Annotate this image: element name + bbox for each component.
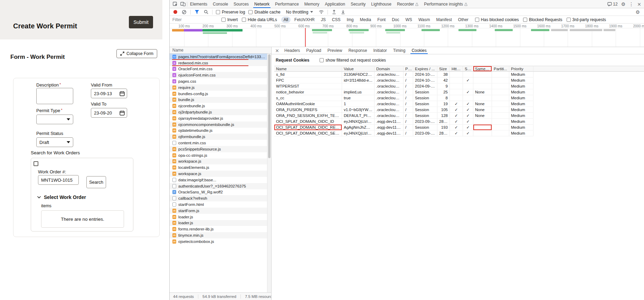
request-row[interactable]: JSworkspace.js [170,158,267,165]
work-order-checkbox[interactable] [34,161,38,166]
request-row[interactable]: content.min.css [170,140,267,146]
cookie-column-name[interactable]: Name [274,66,342,72]
tab-console[interactable]: Console [210,0,231,8]
request-row[interactable]: data:image/gif;base... [170,177,267,183]
request-row[interactable]: JSlocaleElements.js [170,164,267,171]
network-conditions-icon[interactable] [319,9,324,15]
third-party-requests-checkbox[interactable]: 3rd-party requests [567,17,606,22]
request-row[interactable]: JSbundle.js [170,97,267,103]
filter-funnel-icon[interactable] [194,9,200,15]
tab-memory[interactable]: Memory [302,0,322,8]
request-row[interactable]: JSojdatetimebundle.js [170,128,267,134]
calendar-icon[interactable] [120,110,125,116]
request-row[interactable]: JSopa-cc-strings.js [170,152,267,158]
cookie-column-value[interactable]: Value [342,66,375,72]
request-row[interactable]: JSoj3rdpartybundle.js [170,109,267,115]
request-list-scrollbar[interactable] [267,54,271,292]
hide-data-urls-checkbox[interactable]: Hide data URLs [242,17,277,22]
request-row[interactable]: JSloader.js [170,220,267,226]
cookie-row[interactable]: OAMAuthnHintCookie1.oraclecloud.com/Sess… [274,101,644,107]
tab-recorder[interactable]: Recorder [394,0,421,8]
cookie-column-samesite[interactable]: SameSite [473,66,492,72]
settings-gear-icon[interactable]: ⚙ [621,2,626,7]
request-row[interactable]: JSbundles-config.js [170,91,267,97]
request-row[interactable]: JSojarraytreedataprovider.js [170,115,267,121]
cookie-column-path[interactable]: Path [404,66,413,72]
request-row[interactable]: startForm.html [170,201,267,208]
submit-button[interactable]: Submit [129,16,153,28]
request-row[interactable]: authenticatedUser?_=1694620276375 [170,183,267,189]
request-row[interactable]: JSojcommoncomponentsbundle.js [170,121,267,128]
cookie-column-partiti-[interactable]: Partiti... [492,66,509,72]
detail-tab-headers[interactable]: Headers [281,47,303,54]
request-row[interactable]: {}redwood.min.css [170,60,267,66]
cookie-column-priority[interactable]: Priority [509,66,533,72]
work-order-number-input[interactable] [38,175,79,185]
filter-pill-all[interactable]: All [281,17,291,23]
detail-tab-payload[interactable]: Payload [303,47,324,54]
network-settings-gear-icon[interactable]: ⚙ [635,10,640,15]
inspect-element-icon[interactable] [172,1,178,7]
detail-tab-timing[interactable]: Timing [390,47,409,54]
cookie-column-domain[interactable]: Domain [375,66,404,72]
permit-status-select[interactable]: Draft [36,137,73,147]
scrollbar-thumb[interactable] [268,54,271,158]
record-network-log-button[interactable] [172,9,178,15]
request-row[interactable]: JSojselectcombobox.js [170,238,267,245]
request-row[interactable]: JSstartForm.js [170,208,267,214]
collapse-form-button[interactable]: Collapse Form [116,49,157,58]
show-filtered-cookies-checkbox[interactable]: show filtered out request cookies [320,58,386,63]
request-row[interactable]: {}pages.css [170,78,267,84]
cookie-row[interactable]: OCI_SPLAT_DOMAIN_OIDC_REFRESHAgAgNmJhZTY… [274,125,644,130]
request-row[interactable]: JSpcsSnippetsResource.js [170,146,267,152]
has-blocked-cookies-checkbox[interactable]: Has blocked cookies [475,17,519,22]
name-column-header[interactable]: Name [170,47,271,54]
invert-checkbox[interactable]: Invert [221,17,238,22]
detail-tab-response[interactable]: Response [345,47,370,54]
console-messages-badge[interactable]: 12 [607,2,617,7]
detail-tab-initiator[interactable]: Initiator [370,47,390,54]
cookie-column-sec-[interactable]: Sec... [463,66,473,72]
tab-elements[interactable]: Elements [187,0,210,8]
close-detail-icon[interactable]: × [274,48,281,53]
cookie-row[interactable]: ORA_FND_SESSION_EXFH_TESTLD3XFL...DEFAUL… [274,113,644,119]
request-row[interactable]: callback?refresh [170,195,267,201]
request-row[interactable]: JSojformbundle.js [170,134,267,140]
filter-input[interactable] [172,17,217,22]
export-har-icon[interactable] [340,9,346,15]
filter-pill-media[interactable]: Media [357,17,373,23]
clear-network-log-icon[interactable] [181,9,187,15]
tab-lighthouse[interactable]: Lighthouse [368,0,394,8]
search-button[interactable]: Search [86,176,106,188]
filter-pill-font[interactable]: Font [375,17,388,23]
filter-pill-js[interactable]: JS [319,17,328,23]
preserve-log-checkbox[interactable]: Preserve log [216,10,245,15]
import-har-icon[interactable] [331,9,337,15]
filter-pill-img[interactable]: Img [344,17,356,23]
throttling-select[interactable]: No throttling [284,9,315,15]
request-row[interactable]: JSforms.renderer-lib.js [170,226,267,232]
tab-application[interactable]: Application [322,0,348,8]
filter-pill-other[interactable]: Other [456,17,471,23]
cookie-row[interactable]: OCI_SPLAT_DOMAIN_OIDC_IDeyJ4NXQjUzI1N...… [274,119,644,125]
tab-sources[interactable]: Sources [231,0,252,8]
select-work-order-toggle[interactable]: Select Work Order [37,194,86,200]
calendar-icon[interactable] [120,91,125,96]
filter-pill-manifest[interactable]: Manifest [434,17,454,23]
filter-pill-css[interactable]: CSS [330,17,343,23]
detail-tab-preview[interactable]: Preview [324,47,345,54]
description-textarea[interactable] [36,88,73,104]
tab-performance-insights[interactable]: Performance insights [421,0,470,8]
tab-performance[interactable]: Performance [272,0,302,8]
device-toolbar-icon[interactable] [180,1,186,7]
cookie-row[interactable]: s_fid3130AF6DC2AE....oraclecloud.com/202… [274,72,644,78]
tab-security[interactable]: Security [348,0,368,8]
cookie-row[interactable]: notice_behaviorimplied,us.oraclecloud.co… [274,89,644,95]
cookie-row[interactable]: WTPERSIST.oraclecloud.com/2024-09-1...9M… [274,83,644,89]
close-devtools-icon[interactable]: × [637,2,641,7]
cookie-row[interactable]: s_cctrue.oraclecloud.com/Session8Medium [274,95,644,101]
cookie-row[interactable]: OCI_SPLAT_DOMAIN_OIDC_SESSIONeyJ4NXQjUzI… [274,130,644,136]
request-row[interactable]: JSojcorebundle.js [170,103,267,109]
cookie-row[interactable]: FPCid=1f1148dd-e....oraclecloud.com/2024… [274,78,644,83]
disable-cache-checkbox[interactable]: Disable cache [248,10,280,15]
